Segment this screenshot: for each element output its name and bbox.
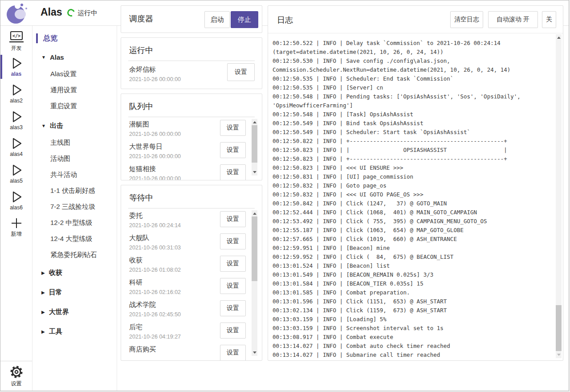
sidebar-item-develop[interactable]: </> 开发 <box>0 29 32 53</box>
log-line: (target=datetime.datetime(2021, 10, 26, … <box>273 48 555 57</box>
log-line: 00:12:53.492 | INFO | Click ( 755, 395) … <box>273 217 555 226</box>
autoscroll-off-button[interactable]: 关 <box>542 11 556 28</box>
nav-group-daily[interactable]: ▶日常 <box>33 282 117 302</box>
task-row: 大舰队 2021-10-26 00:31:03 设置 <box>121 231 262 253</box>
nav-item-12-4[interactable]: 12-4 大型练级 <box>33 231 117 247</box>
log-content[interactable]: 00:12:50.522 | INFO | Delay task `Commis… <box>268 37 555 360</box>
nav-item-1-1[interactable]: 1-1 伏击刷好感 <box>33 183 117 199</box>
nav-group-opsi[interactable]: ▶大世界 <box>33 302 117 322</box>
scheduler-card: 调度器 启动 停止 <box>121 5 262 33</box>
scrollbar-thumb[interactable] <box>252 216 257 281</box>
task-settings-button[interactable]: 设置 <box>220 256 246 272</box>
nav-item-main-campaign[interactable]: 主线图 <box>33 135 117 151</box>
scroll-up-icon[interactable] <box>253 121 256 123</box>
nav-item-12-2[interactable]: 12-2 中型练级 <box>33 215 117 231</box>
task-row: 后宅 2021-10-26 04:19:27 设置 <box>121 320 262 343</box>
nav-item-urgent-commission[interactable]: 紧急委托刷钻石 <box>33 247 117 263</box>
nav-item-overview[interactable]: 总览 <box>33 31 117 45</box>
scroll-down-icon[interactable] <box>253 351 256 354</box>
task-settings-button[interactable]: 设置 <box>227 63 255 81</box>
sidebar-item-alas[interactable]: alas <box>0 53 32 80</box>
sidebar-item-alas2[interactable]: alas2 <box>0 80 32 107</box>
nav-item-alas-settings[interactable]: Alas设置 <box>33 66 117 82</box>
nav-item-label: 重启设置 <box>50 102 77 110</box>
nav-group-sortie[interactable]: ▼出击 <box>33 117 117 135</box>
task-row: 战术学院 2021-10-26 02:45:50 设置 <box>121 298 262 320</box>
log-line: 00:12:50.832 | INFO | <<< UI GOTO PAGE_O… <box>273 190 555 199</box>
waiting-card: 等待中 委托 2021-10-26 00:24:14 设置 大舰队 2021-1… <box>121 185 262 361</box>
task-row: 短猫相接 2021-10-26 00:00:00 设置 <box>121 162 262 180</box>
scroll-up-icon[interactable] <box>253 212 256 215</box>
app-window: Alas 运行中 总览 </> 开发 alas alas2 <box>0 0 569 391</box>
log-line: 00:12:50.831 | INFO | [UI] page_commissi… <box>273 172 555 181</box>
run-status-label: 运行中 <box>77 9 98 17</box>
log-line: 'OpsiMeowfficerFarming'] <box>273 101 555 110</box>
chevron-right-icon: ▶ <box>41 290 45 295</box>
waiting-scrollbar[interactable] <box>252 210 257 356</box>
log-line: 00:12:50.522 | INFO | Delay task `Commis… <box>273 39 555 48</box>
chevron-down-icon: ▼ <box>41 123 46 128</box>
task-settings-button[interactable]: 设置 <box>220 142 246 158</box>
nav-group-label: 工具 <box>49 327 62 336</box>
nav-group-reward[interactable]: ▶收获 <box>33 263 117 282</box>
play-icon <box>10 163 23 177</box>
nav-item-general-settings[interactable]: 通用设置 <box>33 82 117 98</box>
scroll-down-icon[interactable] <box>253 171 256 173</box>
log-line: 00:12:50.530 | INFO | Save config ./conf… <box>273 57 555 65</box>
nav-item-label: 12-2 中型练级 <box>50 219 92 226</box>
task-settings-button[interactable]: 设置 <box>220 323 246 339</box>
task-settings-button[interactable]: 设置 <box>220 120 246 136</box>
nav-item-event-campaign[interactable]: 活动图 <box>33 151 117 167</box>
sidebar-item-alas3[interactable]: alas3 <box>0 107 32 134</box>
log-line: 00:13:03.159 | INFO | Screenshot interva… <box>273 324 555 333</box>
nav-item-label: 1-1 伏击刷好感 <box>50 187 95 194</box>
play-icon <box>10 57 23 70</box>
task-settings-button[interactable]: 设置 <box>220 211 246 227</box>
log-line: 00:12:59.951 | INFO | [Beacon] mine <box>273 244 555 253</box>
log-line: Commission.Scheduler.NextRun=datetime.da… <box>273 65 555 74</box>
log-line: 00:13:03.159 | INFO | [Loading] 5% <box>273 315 555 324</box>
sidebar-item-label: alas6 <box>10 204 23 211</box>
log-line: 00:12:52.444 | INFO | Click (1068, 401) … <box>273 208 555 217</box>
nav-group-tools[interactable]: ▶工具 <box>33 322 117 341</box>
nav-menu: 总览 ▼Alas Alas设置 通用设置 重启设置 ▼出击 主线图 活动图 共斗… <box>33 26 117 391</box>
nav-item-7-2[interactable]: 7-2 三战捡垃圾 <box>33 199 117 215</box>
sidebar-item-alas5[interactable]: alas5 <box>0 160 32 187</box>
task-settings-button[interactable]: 设置 <box>220 345 246 360</box>
task-settings-button[interactable]: 设置 <box>220 300 246 316</box>
nav-group-alas[interactable]: ▼Alas <box>33 48 117 66</box>
scrollbar-thumb[interactable] <box>556 305 562 351</box>
log-line: 00:12:50.549 | INFO | Scheduler: Start t… <box>273 128 555 137</box>
instance-bar: </> 开发 alas alas2 alas3 alas4 alas5 ala <box>0 26 33 391</box>
log-line: 00:12:50.823 | INFO | +-----------------… <box>273 155 555 163</box>
task-settings-button[interactable]: 设置 <box>220 164 246 180</box>
nav-group-label: 日常 <box>49 288 62 297</box>
scheduler-stop-button[interactable]: 停止 <box>231 11 258 28</box>
sidebar-item-label: alas <box>11 71 21 77</box>
nav-item-restart-settings[interactable]: 重启设置 <box>33 98 117 114</box>
add-instance-button[interactable]: 新增 <box>0 214 32 241</box>
sidebar-item-label: 新增 <box>11 230 22 238</box>
log-line: 00:12:57.665 | INFO | Click (1019, 660) … <box>273 235 555 244</box>
log-scrollbar[interactable] <box>556 34 562 358</box>
task-row: 余烬信标 2021-10-26 00:00:00 设置 <box>121 61 262 88</box>
log-header: 日志 清空日志 自动滚动 开 关 <box>268 6 563 33</box>
autoscroll-on-button[interactable]: 自动滚动 开 <box>488 11 538 28</box>
nav-item-label: 总览 <box>43 34 57 42</box>
queued-scrollbar[interactable] <box>252 119 257 176</box>
scroll-down-icon[interactable] <box>557 354 561 356</box>
clear-log-button[interactable]: 清空日志 <box>450 11 483 28</box>
sidebar-item-alas6[interactable]: alas6 <box>0 187 32 214</box>
nav-group-label: 收获 <box>49 269 62 277</box>
scheduler-start-button[interactable]: 启动 <box>204 11 230 28</box>
log-line: 00:12:50.842 | INFO | Click (1247, 37) @… <box>273 199 555 208</box>
sidebar-item-settings[interactable]: 设置 <box>0 361 32 391</box>
task-settings-button[interactable]: 设置 <box>220 278 246 294</box>
app-title: Alas <box>41 6 62 18</box>
task-settings-button[interactable]: 设置 <box>220 233 246 249</box>
scrollbar-thumb[interactable] <box>252 125 257 163</box>
scroll-up-icon[interactable] <box>557 37 561 39</box>
nav-item-raid[interactable]: 共斗活动 <box>33 167 117 183</box>
log-line: 00:12:59.952 | INFO | Click ( 84, 675) @… <box>273 253 555 261</box>
sidebar-item-alas4[interactable]: alas4 <box>0 134 32 160</box>
